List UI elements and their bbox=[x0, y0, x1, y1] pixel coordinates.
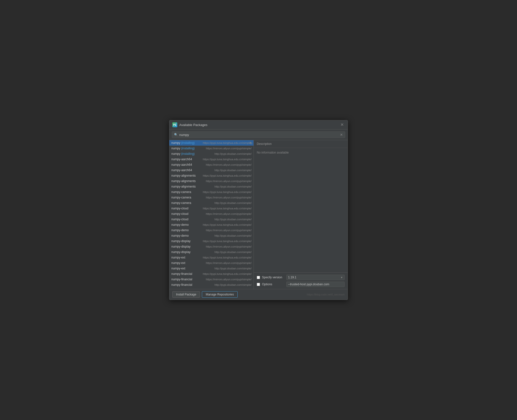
package-name: numpy-demo bbox=[171, 228, 189, 232]
list-item[interactable]: numpy-cloudhttp://pypi.douban.com/simple… bbox=[169, 217, 254, 222]
list-item[interactable]: numpy-exthttps://pypi.tuna.tsinghua.edu.… bbox=[169, 255, 254, 260]
search-wrapper: 🔍 ✕ bbox=[172, 131, 345, 138]
list-item[interactable]: numpy-financialhttps://mirrors.aliyun.co… bbox=[169, 277, 254, 282]
package-url: https://mirrors.aliyun.com/pypi/simple/ bbox=[206, 278, 252, 281]
list-item[interactable]: numpy (installing)http://pypi.douban.com… bbox=[169, 151, 254, 157]
list-item[interactable]: numpy-displayhttps://mirrors.aliyun.com/… bbox=[169, 244, 254, 249]
package-name: numpy-display bbox=[171, 250, 190, 254]
list-item[interactable]: numpy-cloudhttps://pypi.tuna.tsinghua.ed… bbox=[169, 206, 254, 211]
package-url: http://pypi.douban.com/simple/ bbox=[215, 169, 252, 172]
package-url: https://pypi.tuna.tsinghua.edu.cn/simple… bbox=[203, 256, 252, 259]
title-bar: PE Available Packages ✕ bbox=[169, 120, 348, 129]
refresh-button[interactable]: ↻ bbox=[250, 141, 253, 145]
install-package-button[interactable]: Install Package bbox=[172, 291, 200, 298]
package-url: http://pypi.douban.com/simple/ bbox=[215, 267, 252, 270]
package-url: https://mirrors.aliyun.com/pypi/simple/ bbox=[206, 229, 252, 232]
package-url: https://mirrors.aliyun.com/pypi/simple/ bbox=[206, 196, 252, 199]
list-item[interactable]: numpy-camerahttp://pypi.douban.com/simpl… bbox=[169, 200, 254, 206]
package-name: numpy-cloud bbox=[171, 212, 188, 216]
package-name: numpy-alignments bbox=[171, 179, 196, 183]
package-list-panel: numpy (installing)https://pypi.tuna.tsin… bbox=[169, 140, 254, 289]
package-url: https://mirrors.aliyun.com/pypi/simple/ bbox=[206, 261, 252, 264]
list-item[interactable]: numpy-camerahttps://mirrors.aliyun.com/p… bbox=[169, 195, 254, 200]
package-name: numpy-cloud bbox=[171, 218, 188, 221]
package-name: numpy-alignments bbox=[171, 185, 196, 188]
specify-version-label: Specify version bbox=[262, 276, 284, 279]
list-item[interactable]: numpy (installing)https://pypi.tuna.tsin… bbox=[169, 140, 254, 146]
package-url: https://pypi.tuna.tsinghua.edu.cn/simple… bbox=[203, 289, 252, 289]
package-name: numpy-ext bbox=[171, 261, 185, 265]
package-url: https://pypi.tuna.tsinghua.edu.cn/simple… bbox=[203, 174, 252, 177]
package-url: https://pypi.tuna.tsinghua.edu.cn/simple… bbox=[203, 240, 252, 243]
list-item[interactable]: numpy-financialhttps://pypi.tuna.tsinghu… bbox=[169, 271, 254, 277]
chevron-down-icon: ▼ bbox=[340, 276, 343, 279]
list-item[interactable]: numpy-financialhttp://pypi.douban.com/si… bbox=[169, 282, 254, 288]
footer-url: https://blog.csdn.net/l_secream bbox=[307, 293, 345, 296]
bottom-options: Specify version 1.19.11.19.01.18.51.18.4… bbox=[254, 272, 348, 289]
content-area: numpy (installing)https://pypi.tuna.tsin… bbox=[169, 140, 348, 289]
search-bar: 🔍 ✕ bbox=[169, 129, 348, 140]
package-name: numpy-financial bbox=[171, 278, 192, 281]
list-item[interactable]: numpy-cloudhttps://mirrors.aliyun.com/py… bbox=[169, 211, 254, 217]
manage-repositories-button[interactable]: Manage Repositories bbox=[202, 291, 237, 298]
package-name: numpy-camera bbox=[171, 190, 191, 194]
package-url: https://pypi.tuna.tsinghua.edu.cn/simple… bbox=[203, 207, 252, 210]
options-label: Options bbox=[262, 283, 284, 286]
package-name: numpy-financial bbox=[171, 283, 192, 287]
available-packages-dialog: PE Available Packages ✕ 🔍 ✕ numpy (insta… bbox=[169, 120, 348, 300]
package-list[interactable]: numpy (installing)https://pypi.tuna.tsin… bbox=[169, 140, 254, 289]
package-url: https://mirrors.aliyun.com/pypi/simple/ bbox=[206, 147, 252, 150]
list-item[interactable]: numpy-exthttp://pypi.douban.com/simple/ bbox=[169, 266, 254, 271]
list-item[interactable]: numpy-alignmentshttps://mirrors.aliyun.c… bbox=[169, 178, 254, 184]
version-select[interactable]: 1.19.11.19.01.18.51.18.41.17.0 bbox=[288, 276, 340, 279]
package-name: numpy-ext bbox=[171, 256, 185, 259]
package-url: https://pypi.tuna.tsinghua.edu.cn/simple… bbox=[203, 141, 252, 144]
package-name: numpy-display bbox=[171, 245, 190, 248]
package-name: numpy-cloud bbox=[171, 207, 188, 210]
search-icon: 🔍 bbox=[174, 133, 178, 136]
package-url: https://pypi.tuna.tsinghua.edu.cn/simple… bbox=[203, 158, 252, 161]
package-url: https://pypi.tuna.tsinghua.edu.cn/simple… bbox=[203, 272, 252, 275]
package-name: numpy (installing) bbox=[171, 141, 195, 145]
list-item[interactable]: numpy-displayhttps://pypi.tuna.tsinghua.… bbox=[169, 238, 254, 244]
options-input[interactable] bbox=[286, 282, 345, 287]
options-checkbox[interactable] bbox=[257, 283, 260, 286]
search-clear-button[interactable]: ✕ bbox=[340, 133, 343, 137]
description-header: Description bbox=[254, 140, 348, 148]
specify-version-checkbox[interactable] bbox=[257, 276, 260, 279]
version-row: Specify version 1.19.11.19.01.18.51.18.4… bbox=[257, 275, 345, 280]
options-row: Options bbox=[257, 282, 345, 287]
package-url: http://pypi.douban.com/simple/ bbox=[215, 283, 252, 286]
list-item[interactable]: numpy-aarch64https://pypi.tuna.tsinghua.… bbox=[169, 157, 254, 162]
list-item[interactable]: numpy-aarch64http://pypi.douban.com/simp… bbox=[169, 167, 254, 173]
list-item[interactable]: numpy-alignmentshttps://pypi.tuna.tsingh… bbox=[169, 173, 254, 178]
package-name: numpy-demo bbox=[171, 234, 189, 237]
list-item[interactable]: numpy-exthttps://mirrors.aliyun.com/pypi… bbox=[169, 260, 254, 266]
close-button[interactable]: ✕ bbox=[339, 122, 345, 127]
list-item[interactable]: numpy-demohttps://mirrors.aliyun.com/pyp… bbox=[169, 227, 254, 233]
title-bar-left: PE Available Packages bbox=[172, 122, 207, 127]
package-name: numpy-aarch64 bbox=[171, 163, 192, 166]
search-input[interactable] bbox=[179, 133, 340, 137]
list-item[interactable]: numpy-demohttp://pypi.douban.com/simple/ bbox=[169, 233, 254, 238]
list-item[interactable]: numpy-displayhttp://pypi.douban.com/simp… bbox=[169, 249, 254, 255]
package-name: numpy-aarch64 bbox=[171, 168, 192, 172]
list-item[interactable]: numpy-demohttps://pypi.tuna.tsinghua.edu… bbox=[169, 222, 254, 227]
list-item[interactable]: numpy-camerahttps://pypi.tuna.tsinghua.e… bbox=[169, 189, 254, 195]
package-name: numpy-fracadf bbox=[171, 289, 190, 289]
list-item[interactable]: numpy (installing)https://mirrors.aliyun… bbox=[169, 146, 254, 151]
list-item[interactable]: numpy-alignmentshttp://pypi.douban.com/s… bbox=[169, 184, 254, 189]
package-name: numpy-demo bbox=[171, 223, 189, 226]
package-url: https://pypi.tuna.tsinghua.edu.cn/simple… bbox=[203, 191, 252, 194]
package-name: numpy (installing) bbox=[171, 152, 195, 156]
package-url: https://mirrors.aliyun.com/pypi/simple/ bbox=[206, 163, 252, 166]
list-item[interactable]: numpy-aarch64https://mirrors.aliyun.com/… bbox=[169, 162, 254, 167]
app-icon: PE bbox=[172, 122, 177, 127]
list-item[interactable]: numpy-fracadfhttps://pypi.tuna.tsinghua.… bbox=[169, 288, 254, 289]
package-name: numpy-display bbox=[171, 239, 190, 243]
package-name: numpy (installing) bbox=[171, 147, 195, 150]
package-url: http://pypi.douban.com/simple/ bbox=[215, 251, 252, 254]
package-name: numpy-aarch64 bbox=[171, 158, 192, 161]
package-url: http://pypi.douban.com/simple/ bbox=[215, 234, 252, 237]
package-name: numpy-camera bbox=[171, 201, 191, 205]
